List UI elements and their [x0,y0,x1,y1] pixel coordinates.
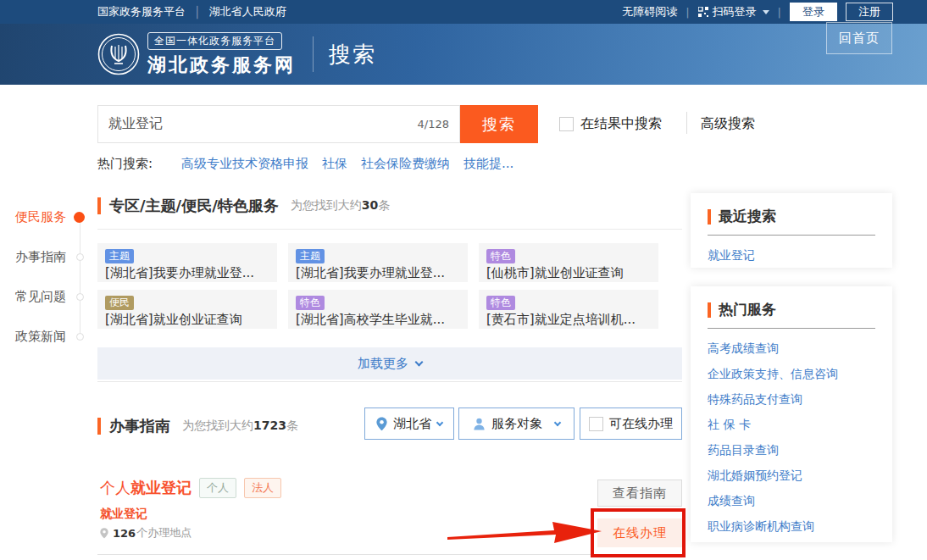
login-button[interactable]: 登录 [790,3,837,21]
nav-item-label: 常见问题 [15,289,66,305]
register-button[interactable]: 注册 [846,3,893,21]
banner-divider [313,36,314,72]
count-value: 30 [362,198,378,212]
nav-item-label: 政策新闻 [15,329,66,345]
section-accent-bar [97,418,101,435]
location-pin-icon [100,528,108,539]
topbar-divider: | [686,6,689,19]
region-filter-dropdown[interactable]: 湖北省 [364,408,454,440]
nav-dot-active [74,212,85,223]
header-banner: 全国一体化政务服务平台 湖北政务服务网 搜索 回首页 [0,24,927,85]
nav-item-faq[interactable]: 常见问题 [15,277,85,317]
service-card[interactable]: 主题 [湖北省]我要办理就业登... [97,243,277,282]
chevron-down-icon [763,10,769,14]
accessibility-link[interactable]: 无障碍阅读 [622,4,677,19]
result-title-prefix: 个人 [100,478,130,498]
nav-item-convenient-services[interactable]: 便民服务 [15,197,85,237]
hot-service-link[interactable]: 企业政策支持、信息咨询 [708,367,838,380]
logo-badge: 全国一体化政务服务平台 [147,32,282,50]
site-name: 湖北政务服务网 [147,53,296,78]
search-input[interactable] [98,106,418,142]
main-content: 专区/主题/便民/特色服务 为您找到大约30条 主题 [湖北省]我要办理就业登.… [97,195,682,230]
target-filter-label: 服务对象 [491,416,542,432]
load-more-label: 加载更多 [358,356,408,372]
divider [97,381,682,382]
hot-services-list: 高考成绩查询 企业政策支持、信息咨询 特殊药品支付查询 社 保 卡 药品目录查询… [708,335,875,539]
annotation-arrow [447,517,604,546]
service-card-title: [湖北省]高校学生毕业就... [296,312,460,328]
advanced-search-link[interactable]: 高级搜索 [701,115,755,133]
service-card-grid: 主题 [湖北省]我要办理就业登... 主题 [湖北省]我要办理就业登... 特色… [97,243,682,329]
home-button[interactable]: 回首页 [826,22,892,54]
result-subtitle-link[interactable]: 就业登记 [100,507,147,522]
hot-service-link[interactable]: 职业病诊断机构查询 [708,519,814,533]
count-unit: 条 [286,419,298,432]
tag-feature: 特色 [486,249,515,263]
special-section-header: 专区/主题/便民/特色服务 为您找到大约30条 [97,195,682,217]
region-filter-label: 湖北省 [393,416,431,432]
qr-login-link[interactable]: 扫码登录 [698,4,769,19]
hot-search-label: 热门搜索: [97,156,153,172]
hot-services-title: 热门服务 [719,300,776,319]
result-locations: 126 个办理地点 [100,525,192,541]
nav-item-service-guide[interactable]: 办事指南 [15,237,85,277]
tag-legal-entity: 法人 [244,478,281,498]
count-prefix: 为您找到大约 [182,419,253,432]
in-results-checkbox[interactable] [559,117,574,131]
service-card[interactable]: 特色 [湖北省]高校学生毕业就... [288,290,468,329]
nav-item-label: 便民服务 [15,209,66,225]
hot-search-link[interactable]: 社保 [322,156,347,172]
search-in-results: 在结果中搜索 [559,115,662,133]
page-title: 搜索 [329,40,376,69]
chevron-down-icon [436,419,443,425]
link-hubei-gov[interactable]: 湖北省人民政府 [209,4,286,19]
online-filter[interactable]: 可在线办理 [580,408,682,440]
section-accent-bar [708,209,711,225]
hot-service-link[interactable]: 药品目录查询 [708,443,779,457]
service-card-title: [湖北省]就业创业证查询 [105,312,269,328]
nav-item-policy-news[interactable]: 政策新闻 [15,317,85,357]
service-card[interactable]: 主题 [湖北省]我要办理就业登... [288,243,468,282]
site-logo[interactable]: 全国一体化政务服务平台 湖北政务服务网 [97,31,296,78]
hot-search-link[interactable]: 高级专业技术资格申报 [181,156,308,172]
result-title[interactable]: 个人就业登记 个人 法人 [100,478,281,498]
topbar-divider: │ [194,6,201,19]
service-card-title: [仙桃市]就业创业证查询 [486,265,651,281]
service-card-title: [湖北省]我要办理就业登... [105,265,269,281]
hot-service-link[interactable]: 成绩查询 [708,494,755,507]
special-section-title: 专区/主题/便民/特色服务 [109,196,279,216]
qr-login-label: 扫码登录 [713,4,757,19]
target-filter-dropdown[interactable]: 服务对象 [458,408,575,440]
view-guide-button[interactable]: 查看指南 [597,480,682,507]
recent-search-item[interactable]: 就业登记 [708,248,875,263]
hot-search-link[interactable]: 技能提... [464,156,513,172]
person-icon [473,418,486,430]
hot-service-link[interactable]: 高考成绩查询 [708,341,779,355]
tag-theme: 主题 [105,249,134,263]
search-button[interactable]: 搜索 [460,105,538,143]
section-accent-bar [97,197,101,214]
hot-service-link[interactable]: 湖北婚姻预约登记 [708,469,802,482]
hot-search-link[interactable]: 社会保险费缴纳 [361,156,450,172]
service-card[interactable]: 便民 [湖北省]就业创业证查询 [97,290,277,329]
link-national-platform[interactable]: 国家政务服务平台 [97,4,186,19]
tag-feature: 特色 [296,296,325,310]
hot-service-link[interactable]: 社 保 卡 [708,418,751,431]
online-filter-checkbox[interactable] [589,417,603,431]
search-box: 4/128 [97,105,460,143]
hot-service-link[interactable]: 特殊药品支付查询 [708,392,802,406]
count-value: 1723 [253,419,286,432]
in-results-label: 在结果中搜索 [580,115,662,133]
service-card[interactable]: 特色 [黄石市]就业定点培训机... [479,290,658,329]
service-card[interactable]: 特色 [仙桃市]就业创业证查询 [479,243,658,282]
recent-search-card: 最近搜索 就业登记 [691,193,892,268]
divider [686,112,687,134]
guide-section-header: 办事指南 为您找到大约1723条 [97,415,298,437]
chevron-down-icon [415,358,424,366]
locations-suffix: 个办理地点 [136,525,192,541]
service-card-title: [黄石市]就业定点培训机... [486,312,651,328]
recent-search-header: 最近搜索 [708,207,875,236]
lyre-emblem-icon [97,33,140,75]
load-more-button[interactable]: 加载更多 [97,347,682,380]
guide-section-count: 为您找到大约1723条 [182,419,298,434]
